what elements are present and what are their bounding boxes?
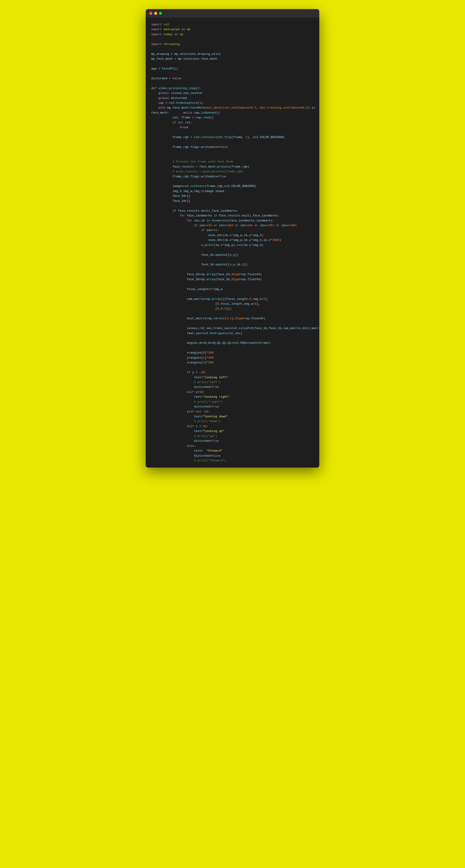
maximize-button[interactable] bbox=[159, 12, 162, 15]
minimize-button[interactable] bbox=[154, 12, 157, 15]
code-content: import cv2 import mediapipe as mp import… bbox=[146, 18, 319, 468]
titlebar bbox=[146, 9, 319, 18]
close-button[interactable] bbox=[150, 12, 152, 15]
code-editor-window: import cv2 import mediapipe as mp import… bbox=[146, 9, 319, 468]
